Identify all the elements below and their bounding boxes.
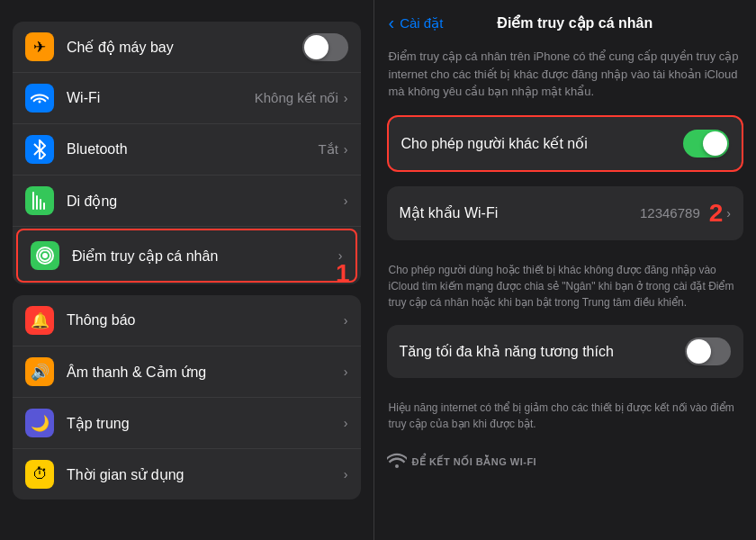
compat-toggle-knob [687,339,711,364]
hotspot-label: Điểm truy cập cá nhân [72,248,338,265]
screentime-label: Thời gian sử dụng [67,466,344,483]
bluetooth-label: Bluetooth [67,141,318,158]
right-description: Điểm truy cập cá nhân trên iPhone có thể… [374,40,757,115]
badge-1: 1 [336,259,350,284]
svg-rect-3 [43,202,45,210]
wifi-connect-label: ĐỂ KẾT NỐI BẰNG WI-FI [412,456,537,468]
focus-icon: 🌙 [25,409,54,437]
page-title: Điểm truy cập cá nhân [497,14,652,32]
airplane-toggle-knob [304,35,328,59]
sounds-label: Âm thanh & Cảm ứng [67,364,344,381]
compat-toggle[interactable] [685,338,731,365]
badge-2: 2 [709,199,724,228]
wifi-password-item[interactable]: Mật khẩu Wi-Fi 12346789 2 › [387,186,744,240]
airplane-toggle-track[interactable] [302,33,348,61]
focus-chevron: › [344,416,348,430]
screentime-item[interactable]: ⏱ Thời gian sử dụng › [13,449,361,500]
svg-point-4 [42,253,48,258]
sounds-icon: 🔊 [25,357,54,386]
allow-others-toggle-knob [703,131,727,156]
focus-item[interactable]: 🌙 Tập trung › [13,398,361,449]
bluetooth-chevron: › [344,142,348,157]
back-arrow-icon[interactable]: ‹ [389,13,395,33]
bluetooth-item[interactable]: Bluetooth Tắt › [13,124,361,176]
bluetooth-value: Tắt [318,141,338,158]
compat-card: Tăng tối đa khả năng tương thích [387,325,744,378]
wifi-item[interactable]: Wi-Fi Không kết nối › [13,73,361,124]
allow-others-item[interactable]: Cho phép người khác kết nối [389,117,742,170]
bluetooth-icon [25,135,54,164]
compat-description: Hiệu năng internet có thể bị giảm cho cá… [374,392,757,443]
airplane-toggle[interactable] [302,33,348,61]
small-description: Cho phép người dùng hoặc thiết bị khác k… [374,255,757,321]
right-panel: ‹ Cài đặt Điểm truy cập cá nhân Điểm tru… [374,0,757,540]
back-label[interactable]: Cài đặt [400,15,443,32]
sounds-chevron: › [344,364,348,379]
svg-rect-2 [40,199,41,210]
wifi-password-card: Mật khẩu Wi-Fi 12346789 2 › [387,186,744,240]
mobile-label: Di động [67,193,344,210]
hotspot-icon [31,241,59,270]
wifi-icon [25,84,54,112]
hotspot-item[interactable]: Điểm truy cập cá nhân › 1 [16,229,357,283]
screentime-chevron: › [344,467,348,482]
wifi-password-chevron: › [726,206,731,220]
wifi-password-label: Mật khẩu Wi-Fi [400,204,641,221]
wifi-connect-section: ĐỂ KẾT NỐI BẰNG WI-FI [387,443,744,482]
airplane-mode-item[interactable]: ✈ Chế độ máy bay [13,22,361,73]
screentime-icon: ⏱ [25,460,54,489]
right-header: ‹ Cài đặt Điểm truy cập cá nhân [374,0,757,40]
focus-label: Tập trung [67,415,344,432]
notifications-chevron: › [344,313,348,328]
allow-others-toggle[interactable] [683,130,729,158]
notifications-icon: 🔔 [25,306,54,335]
wifi-connect-icon [387,452,407,472]
wifi-chevron: › [344,91,348,105]
left-panel: ✈ Chế độ máy bay Wi-Fi Không kết nối › [0,0,374,540]
mobile-item[interactable]: Di động › [13,176,361,227]
notifications-item[interactable]: 🔔 Thông báo › [13,295,361,346]
wifi-value: Không kết nối [255,90,338,106]
wifi-label: Wi-Fi [67,90,255,106]
sounds-item[interactable]: 🔊 Âm thanh & Cảm ứng › [13,346,361,398]
airplane-icon: ✈ [25,32,54,61]
settings-group-1: ✈ Chế độ máy bay Wi-Fi Không kết nối › [13,22,361,284]
allow-others-card: Cho phép người khác kết nối [387,115,744,172]
compat-label: Tăng tối đa khả năng tương thích [400,343,686,360]
settings-group-2: 🔔 Thông báo › 🔊 Âm thanh & Cảm ứng › 🌙 T… [13,295,361,500]
allow-others-label: Cho phép người khác kết nối [401,135,684,152]
airplane-label: Chế độ máy bay [67,39,302,56]
notifications-label: Thông báo [67,312,344,328]
svg-rect-1 [36,195,38,210]
compat-item[interactable]: Tăng tối đa khả năng tương thích [387,325,744,378]
wifi-password-value: 12346789 [640,205,700,220]
mobile-chevron: › [344,194,348,208]
svg-rect-0 [32,192,34,210]
mobile-icon [25,186,54,215]
